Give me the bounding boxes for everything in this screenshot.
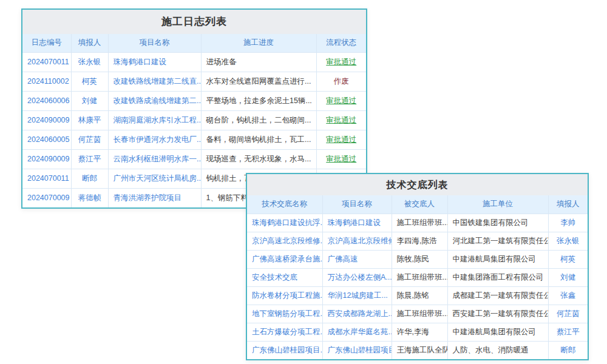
cell-project[interactable]: 万达办公楼左侧A... xyxy=(322,268,392,286)
cell-project[interactable]: 湖南洞庭湖水库引水工程... xyxy=(108,110,201,130)
tech-disclosure-header: 技术交底名称 项目名称 被交底人 施工单位 填报人 xyxy=(247,195,588,214)
cell-reporter[interactable]: 张鑫 xyxy=(548,286,588,305)
cell-project[interactable]: 珠海鹤港口建设 xyxy=(108,52,201,72)
table-row: 2024070011张永银珠海鹤港口建设进场准备审批通过 xyxy=(22,52,366,72)
tech-disclosure-panel: 技术交底列表 技术交底名称 项目名称 被交底人 施工单位 填报人 珠海鹤港口建设… xyxy=(246,173,589,360)
cell-id[interactable]: 2024060006 xyxy=(22,91,71,110)
cell-person: 王海施工队全队... xyxy=(392,341,447,359)
cell-name[interactable]: 安全技术交底 xyxy=(247,268,322,286)
cell-reporter[interactable]: 柯英 xyxy=(548,250,588,268)
cell-reporter[interactable]: 蔡江平 xyxy=(71,149,108,169)
cell-id[interactable]: 2024070011 xyxy=(22,169,71,188)
cell-reporter[interactable]: 断郎 xyxy=(71,169,108,188)
cell-reporter[interactable]: 何芷茵 xyxy=(71,130,108,149)
table-row: 京沪高速北京段维修...京沪高速北京段维修李四海,陈浩河北建工第一建筑有限责任公… xyxy=(247,232,588,250)
table-row: 地下室钢筋分项工程...西安成都路龙湖上...施工班组带班...西安建工第一建筑… xyxy=(247,305,588,323)
cell-name[interactable]: 广东佛山碧桂园项目... xyxy=(247,341,322,359)
cell-reporter[interactable]: 断郎 xyxy=(548,341,588,359)
cell-unit: 河北建工第一建筑有限责任公司 xyxy=(447,232,548,250)
header-row: 技术交底名称 项目名称 被交底人 施工单位 填报人 xyxy=(247,195,588,214)
cell-id[interactable]: 2024110002 xyxy=(22,72,71,91)
cell-project[interactable]: 广东佛山碧桂园项目 xyxy=(322,341,392,359)
cell-name[interactable]: 土石方爆破分项工程... xyxy=(247,323,322,341)
cell-id[interactable]: 2024060005 xyxy=(22,130,71,149)
col-header-disclosure-name: 技术交底名称 xyxy=(247,195,322,214)
table-row: 珠海鹤港口建设抗浮...珠海鹤港口建设施工班组带班...中国铁建集团有限公司李帅 xyxy=(247,214,588,232)
col-header-unit: 施工单位 xyxy=(447,195,548,214)
cell-reporter[interactable]: 蒋德帧 xyxy=(71,188,108,207)
table-row: 土石方爆破分项工程...成都水岸华庭名苑...许华,李海中建港航局集团有限公司蔡… xyxy=(247,323,588,341)
cell-unit: 西安建工第一建筑有限责任公司 xyxy=(447,305,548,323)
cell-name[interactable]: 广佛高速桥梁承台施... xyxy=(247,250,322,268)
cell-reporter[interactable]: 刘健 xyxy=(548,268,588,286)
cell-unit: 中建港航局集团有限公司 xyxy=(447,323,548,341)
cell-project[interactable]: 改建铁路成渝线增建第二... xyxy=(108,91,201,110)
cell-person: 许华,李海 xyxy=(392,323,447,341)
table-row: 2024060006刘健改建铁路成渝线增建第二...平整场地，拉走多余泥土15辆… xyxy=(22,91,366,110)
cell-project[interactable]: 长春市伊通河水力发电厂... xyxy=(108,130,201,149)
col-header-status: 流程状态 xyxy=(316,34,366,52)
construction-log-header: 日志编号 填报人 项目名称 施工进度 流程状态 xyxy=(22,34,366,52)
cell-name[interactable]: 防水卷材分项工程施... xyxy=(247,286,322,305)
cell-reporter[interactable]: 刘健 xyxy=(71,91,108,110)
cell-unit: 中国铁建集团有限公司 xyxy=(447,214,548,232)
cell-reporter[interactable]: 何芷茵 xyxy=(548,305,588,323)
cell-unit: 中建集团路面工程有限公司 xyxy=(447,268,548,286)
cell-reporter[interactable]: 张永银 xyxy=(71,52,108,72)
cell-reporter[interactable]: 蔡江平 xyxy=(548,323,588,341)
cell-project[interactable]: 云南水利枢纽潜明水库一... xyxy=(108,149,201,169)
cell-id[interactable]: 2024090009 xyxy=(22,149,71,169)
col-header-progress: 施工进度 xyxy=(201,34,316,52)
table-row: 2024060005何芷茵长春市伊通河水力发电厂...备料，砌间墙钩机排土，瓦工… xyxy=(22,130,366,149)
construction-log-title: 施工日志列表 xyxy=(22,10,366,34)
cell-person: 陈牧,陈民 xyxy=(392,250,447,268)
tech-disclosure-title: 技术交底列表 xyxy=(247,174,588,195)
tech-disclosure-table: 技术交底名称 项目名称 被交底人 施工单位 填报人 珠海鹤港口建设抗浮...珠海… xyxy=(247,195,588,359)
cell-person: 施工班组带班... xyxy=(392,305,447,323)
cell-project[interactable]: 广州市天河区统计局机房... xyxy=(108,169,201,188)
cell-person: 施工班组带班... xyxy=(392,268,447,286)
cell-project[interactable]: 广佛高速 xyxy=(322,250,392,268)
col-header-person: 被交底人 xyxy=(392,195,447,214)
cell-unit: 成都建工第一建筑有限责任公司 xyxy=(447,286,548,305)
cell-status[interactable]: 审批通过 xyxy=(316,149,366,169)
header-row: 日志编号 填报人 项目名称 施工进度 流程状态 xyxy=(22,34,366,52)
cell-project[interactable]: 珠海鹤港口建设 xyxy=(322,214,392,232)
cell-status[interactable]: 审批通过 xyxy=(316,130,366,149)
cell-progress: 进场准备 xyxy=(201,52,316,72)
cell-status[interactable]: 审批通过 xyxy=(316,52,366,72)
cell-person: 李四海,陈浩 xyxy=(392,232,447,250)
cell-project[interactable]: 青海洪湖养护院项目 xyxy=(108,188,201,207)
cell-status[interactable]: 审批通过 xyxy=(316,110,366,130)
cell-name[interactable]: 地下室钢筋分项工程... xyxy=(247,305,322,323)
table-row: 2024090009蔡江平云南水利枢纽潜明水库一...现场巡查，无积水现象，水马… xyxy=(22,149,366,169)
cell-project[interactable]: 西安成都路龙湖上... xyxy=(322,305,392,323)
cell-id[interactable]: 2024070011 xyxy=(22,52,71,72)
col-header-project: 项目名称 xyxy=(108,34,201,52)
cell-name[interactable]: 珠海鹤港口建设抗浮... xyxy=(247,214,322,232)
tech-disclosure-body: 珠海鹤港口建设抗浮...珠海鹤港口建设施工班组带班...中国铁建集团有限公司李帅… xyxy=(247,214,588,359)
cell-project[interactable]: 成都水岸华庭名苑... xyxy=(322,323,392,341)
cell-id[interactable]: 2024070009 xyxy=(22,188,71,207)
cell-person: 陈晨,陈铭 xyxy=(392,286,447,305)
table-row: 安全技术交底万达办公楼左侧A...施工班组带班...中建集团路面工程有限公司刘健 xyxy=(247,268,588,286)
page: { "colors": { "panel_border": "#4bb6c5",… xyxy=(0,0,607,364)
cell-status[interactable]: 审批通过 xyxy=(316,91,366,110)
col-header-reporter: 填报人 xyxy=(71,34,108,52)
cell-project[interactable]: 改建铁路线增建第二线直... xyxy=(108,72,201,91)
cell-reporter[interactable]: 李帅 xyxy=(548,214,588,232)
col-header-project: 项目名称 xyxy=(322,195,392,214)
cell-reporter[interactable]: 柯英 xyxy=(71,72,108,91)
cell-name[interactable]: 京沪高速北京段维修... xyxy=(247,232,322,250)
table-row: 防水卷材分项工程施...华润12城房建工...陈晨,陈铭成都建工第一建筑有限责任… xyxy=(247,286,588,305)
cell-reporter[interactable]: 林康平 xyxy=(71,110,108,130)
cell-unit: 人防、水电、消防暖通 xyxy=(447,341,548,359)
cell-reporter[interactable]: 张永银 xyxy=(548,232,588,250)
cell-project[interactable]: 京沪高速北京段维修 xyxy=(322,232,392,250)
cell-project[interactable]: 华润12城房建工... xyxy=(322,286,392,305)
table-row: 2024110002柯英改建铁路线增建第二线直...水车对全线遮阳网覆盖点进行.… xyxy=(22,72,366,91)
cell-progress: 现场巡查，无积水现象，水马... xyxy=(201,149,316,169)
cell-progress: 砌台阶，钩机排土，二包砌间... xyxy=(201,110,316,130)
cell-id[interactable]: 2024090009 xyxy=(22,110,71,130)
cell-status[interactable]: 作废 xyxy=(316,72,366,91)
